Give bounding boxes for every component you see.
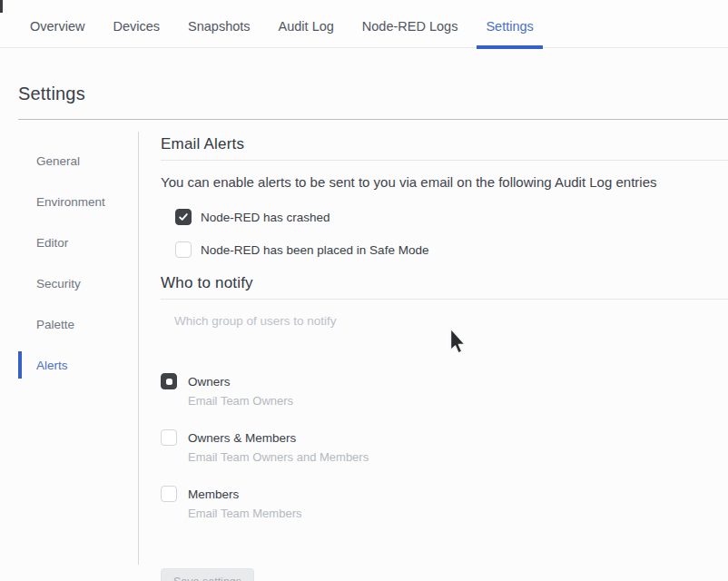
who-to-notify-section: Who to notify Which group of users to no…: [161, 274, 728, 581]
alert-option-safe-mode[interactable]: Node-RED has been placed in Safe Mode: [175, 241, 728, 258]
email-alerts-description: You can enable alerts to be sent to you …: [161, 174, 728, 190]
page-header: Settings: [18, 84, 728, 120]
tab-devices[interactable]: Devices: [103, 5, 169, 48]
members-description: Email Team Members: [188, 507, 301, 520]
sidebar-item-alerts[interactable]: Alerts: [18, 351, 138, 379]
owners-members-texts: Owners & Members Email Team Owners and M…: [188, 428, 369, 464]
notify-option-owners[interactable]: Owners Email Team Owners: [161, 372, 728, 408]
owners-members-description: Email Team Owners and Members: [188, 450, 369, 464]
owners-description: Email Team Owners: [188, 394, 293, 408]
notify-option-owners-members[interactable]: Owners & Members Email Team Owners and M…: [161, 428, 728, 464]
tab-overview[interactable]: Overview: [21, 5, 93, 48]
alert-option-crashed[interactable]: Node-RED has crashed: [175, 209, 728, 225]
screen-edge-artifact: [0, 0, 3, 13]
checkmark-icon: [178, 212, 189, 222]
radio-dot-icon: [166, 379, 172, 385]
sidebar-item-editor[interactable]: Editor: [18, 229, 138, 256]
notify-options: Owners Email Team Owners Owners & Member…: [161, 372, 728, 520]
sidebar-item-environment[interactable]: Environment: [18, 188, 138, 215]
crashed-checkbox[interactable]: [175, 209, 192, 225]
email-alerts-section: Email Alerts You can enable alerts to be…: [161, 135, 728, 258]
tab-node-red-logs[interactable]: Node-RED Logs: [353, 5, 467, 48]
safe-mode-label: Node-RED has been placed in Safe Mode: [201, 243, 428, 257]
save-settings-button[interactable]: Save settings: [161, 568, 254, 581]
sidebar-item-palette[interactable]: Palette: [18, 310, 138, 338]
owners-radio[interactable]: [161, 373, 177, 389]
alert-options: Node-RED has crashed Node-RED has been p…: [161, 209, 728, 258]
safe-mode-checkbox[interactable]: [175, 241, 192, 258]
tab-audit-log[interactable]: Audit Log: [270, 5, 343, 48]
settings-layout: General Environment Editor Security Pale…: [0, 132, 728, 581]
page-title: Settings: [18, 84, 728, 104]
members-label: Members: [188, 485, 301, 501]
members-radio[interactable]: [161, 486, 177, 502]
email-alerts-heading: Email Alerts: [161, 135, 728, 161]
owners-texts: Owners Email Team Owners: [188, 372, 293, 408]
notify-option-members[interactable]: Members Email Team Members: [161, 485, 728, 520]
crashed-label: Node-RED has crashed: [201, 211, 330, 224]
members-texts: Members Email Team Members: [188, 485, 301, 520]
settings-content: Email Alerts You can enable alerts to be…: [139, 132, 728, 581]
settings-sidebar: General Environment Editor Security Pale…: [0, 132, 139, 565]
tab-snapshots[interactable]: Snapshots: [179, 5, 260, 48]
instance-tabs: Overview Devices Snapshots Audit Log Nod…: [0, 0, 728, 48]
notify-hint: Which group of users to notify: [174, 314, 728, 328]
owners-label: Owners: [188, 372, 293, 389]
owners-members-label: Owners & Members: [188, 428, 369, 445]
tab-settings[interactable]: Settings: [477, 5, 542, 48]
sidebar-item-general[interactable]: General: [18, 147, 138, 174]
sidebar-item-security[interactable]: Security: [18, 270, 138, 297]
owners-members-radio[interactable]: [161, 429, 177, 446]
who-to-notify-heading: Who to notify: [161, 274, 728, 300]
